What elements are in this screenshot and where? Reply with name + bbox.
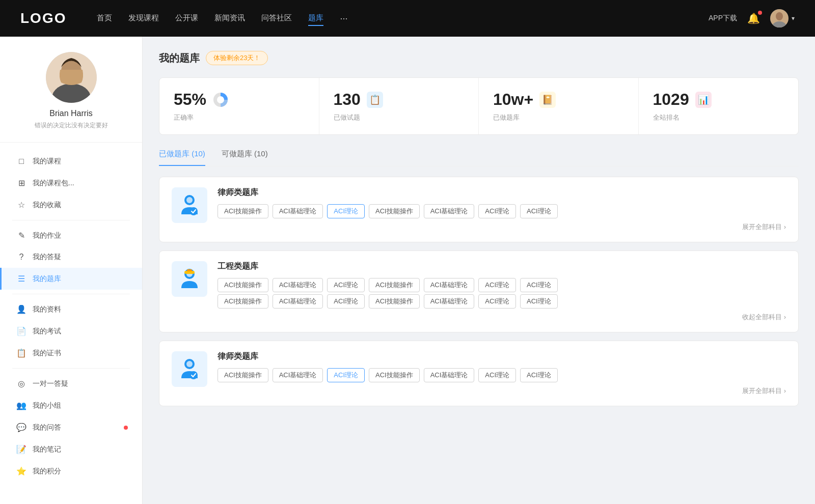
tab-done-banks[interactable]: 已做题库 (10): [159, 149, 205, 166]
ranking-value: 1029: [653, 90, 689, 109]
tag-item[interactable]: ACI理论: [327, 278, 365, 292]
tag-item[interactable]: ACI技能操作: [218, 204, 268, 218]
bank-content-engineer: 工程类题库 ACI技能操作 ACI基础理论 ACI理论 ACI技能操作 ACI基…: [218, 261, 786, 322]
bank-card-engineer: 工程类题库 ACI技能操作 ACI基础理论 ACI理论 ACI技能操作 ACI基…: [159, 250, 799, 332]
nav-discover[interactable]: 发现课程: [128, 11, 159, 26]
doc-icon: 📋: [367, 92, 383, 108]
homework-icon: ✎: [16, 231, 26, 240]
tag-item[interactable]: ACI理论: [478, 294, 516, 309]
tag-item[interactable]: ACI理论: [520, 204, 558, 218]
accuracy-pie-icon: [212, 92, 229, 108]
profile-icon: 👤: [16, 304, 26, 314]
tags-row-lawyer-2: ACI技能操作 ACI基础理论 ACI理论 ACI技能操作 ACI基础理论 AC…: [218, 368, 786, 382]
bank-icon-lawyer: [172, 187, 207, 223]
menu-divider-2: [12, 294, 130, 294]
sidebar-item-my-favorites[interactable]: ☆ 我的收藏: [0, 194, 142, 216]
sidebar-item-my-group[interactable]: 👥 我的小组: [0, 395, 142, 416]
sidebar-item-my-questions[interactable]: ? 我的答疑: [0, 246, 142, 268]
tag-item[interactable]: ACI技能操作: [218, 294, 268, 309]
tag-item[interactable]: ACI基础理论: [273, 368, 323, 382]
tag-item[interactable]: ACI技能操作: [369, 278, 420, 292]
header-right: APP下载 🔔 ▾: [709, 9, 795, 27]
nav-more[interactable]: ···: [340, 11, 347, 26]
sidebar-item-my-profile[interactable]: 👤 我的资料: [0, 298, 142, 320]
tag-item[interactable]: ACI技能操作: [218, 368, 268, 382]
nav-news[interactable]: 新闻资讯: [214, 11, 245, 26]
question-bank-icon: ☰: [16, 274, 26, 284]
chevron-down-icon: ▾: [792, 15, 795, 22]
notification-bell-icon[interactable]: 🔔: [747, 12, 760, 24]
course-pack-icon: ⊞: [16, 178, 26, 188]
tag-item[interactable]: ACI理论: [478, 278, 516, 292]
tag-item[interactable]: ACI基础理论: [424, 294, 475, 309]
sidebar-item-my-exam[interactable]: 📄 我的考试: [0, 320, 142, 342]
bank-card-header-lawyer-2: 律师类题库 ACI技能操作 ACI基础理论 ACI理论 ACI技能操作 ACI基…: [172, 351, 786, 396]
bank-card-lawyer-2: 律师类题库 ACI技能操作 ACI基础理论 ACI理论 ACI技能操作 ACI基…: [159, 341, 799, 406]
sidebar-item-my-notes[interactable]: 📝 我的笔记: [0, 438, 142, 460]
sidebar-item-my-points[interactable]: ⭐ 我的积分: [0, 460, 142, 482]
menu-divider-1: [12, 220, 130, 220]
group-icon: 👥: [16, 401, 26, 410]
logo: LOGO: [20, 10, 66, 26]
sidebar-item-my-certificate[interactable]: 📋 我的证书: [0, 342, 142, 364]
tags-row-engineer-1: ACI技能操作 ACI基础理论 ACI理论 ACI技能操作 ACI基础理论 AC…: [218, 278, 786, 292]
tag-item[interactable]: ACI理论: [520, 294, 558, 309]
tag-item[interactable]: ACI基础理论: [424, 204, 475, 218]
profile-name: Brian Harris: [49, 109, 92, 118]
accuracy-value: 55%: [174, 90, 206, 109]
nav-qa[interactable]: 问答社区: [261, 11, 292, 26]
qa-icon: 💬: [16, 423, 26, 432]
tag-item[interactable]: ACI技能操作: [369, 368, 420, 382]
tag-item[interactable]: ACI理论: [520, 368, 558, 382]
stat-ranking-top: 1029 📊: [653, 90, 784, 109]
expand-link-lawyer-1[interactable]: 展开全部科目 ›: [218, 222, 786, 232]
stat-done-banks: 10w+ 📔 已做题库: [479, 78, 639, 134]
tag-item-active[interactable]: ACI理论: [327, 204, 365, 218]
sidebar: Brian Harris 错误的决定比没有决定要好 □ 我的课程 ⊞ 我的课程包…: [0, 37, 143, 504]
sidebar-item-my-qa[interactable]: 💬 我的问答: [0, 416, 142, 438]
stat-banks-top: 10w+ 📔: [493, 90, 624, 109]
sidebar-item-my-course-pack[interactable]: ⊞ 我的课程包...: [0, 172, 142, 194]
notification-badge: [758, 11, 762, 15]
tag-item[interactable]: ACI基础理论: [424, 278, 475, 292]
tag-item[interactable]: ACI理论: [478, 204, 516, 218]
tab-available-banks[interactable]: 可做题库 (10): [222, 149, 268, 166]
nav-open-course[interactable]: 公开课: [175, 11, 198, 26]
collapse-link-engineer[interactable]: 收起全部科目 ›: [218, 313, 786, 322]
app-download-button[interactable]: APP下载: [709, 14, 737, 23]
stat-accuracy-top: 55%: [174, 90, 305, 109]
tag-item[interactable]: ACI技能操作: [369, 294, 420, 309]
svg-point-7: [217, 96, 224, 103]
tag-item[interactable]: ACI基础理论: [424, 368, 475, 382]
tag-item[interactable]: ACI理论: [327, 294, 365, 309]
nav-home[interactable]: 首页: [97, 11, 112, 26]
chart-icon: 📊: [695, 92, 712, 108]
header: LOGO 首页 发现课程 公开课 新闻资讯 问答社区 题库 ··· APP下载 …: [0, 0, 815, 37]
tag-item[interactable]: ACI基础理论: [273, 204, 323, 218]
tag-item[interactable]: ACI理论: [520, 278, 558, 292]
certificate-icon: 📋: [16, 348, 26, 358]
user-avatar-button[interactable]: ▾: [770, 9, 795, 27]
sidebar-item-one-on-one[interactable]: ◎ 一对一答疑: [0, 373, 142, 395]
main-content: 我的题库 体验剩余23天！ 55% 正确率: [143, 37, 815, 504]
done-questions-value: 130: [334, 90, 361, 109]
stat-done-questions: 130 📋 已做试题: [319, 78, 479, 134]
tag-item[interactable]: ACI基础理论: [273, 278, 323, 292]
stat-done-top: 130 📋: [334, 90, 465, 109]
tag-item[interactable]: ACI技能操作: [218, 278, 268, 292]
expand-link-lawyer-2[interactable]: 展开全部科目 ›: [218, 386, 786, 396]
nav-question-bank[interactable]: 题库: [308, 11, 323, 26]
sidebar-item-my-homework[interactable]: ✎ 我的作业: [0, 225, 142, 246]
question-icon: ?: [16, 253, 26, 262]
tag-item[interactable]: ACI理论: [478, 368, 516, 382]
bank-card-header-engineer: 工程类题库 ACI技能操作 ACI基础理论 ACI理论 ACI技能操作 ACI基…: [172, 261, 786, 322]
tag-item-active[interactable]: ACI理论: [327, 368, 365, 382]
star-icon: ☆: [16, 200, 26, 210]
stat-accuracy: 55% 正确率: [159, 78, 319, 134]
tag-item[interactable]: ACI技能操作: [369, 204, 420, 218]
page-title: 我的题库: [159, 51, 200, 65]
book-icon: 📔: [539, 92, 556, 108]
sidebar-item-my-course[interactable]: □ 我的课程: [0, 151, 142, 172]
tag-item[interactable]: ACI基础理论: [273, 294, 323, 309]
sidebar-item-my-question-bank[interactable]: ☰ 我的题库: [0, 268, 142, 290]
